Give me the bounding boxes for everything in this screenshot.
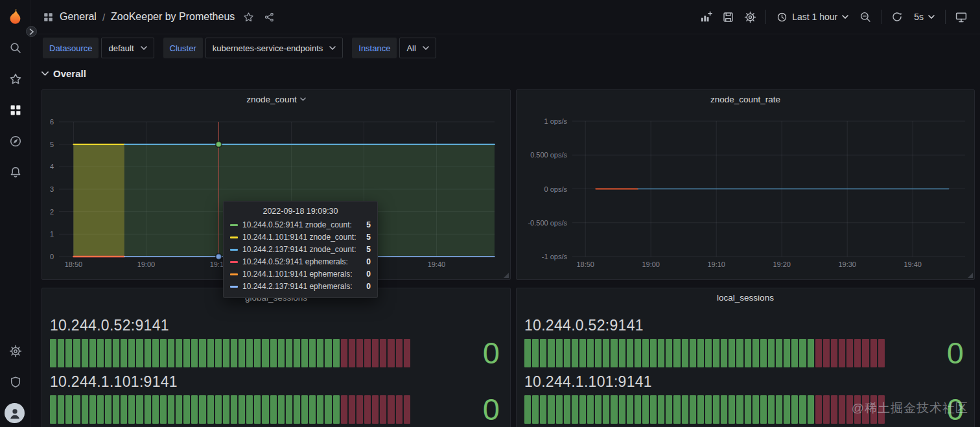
share-dashboard-button[interactable] — [264, 12, 275, 23]
refresh-interval-label: 5s — [914, 12, 924, 22]
gauge-cell — [572, 339, 578, 367]
gauge-cell — [121, 339, 127, 367]
gauge-cell — [73, 395, 80, 424]
add-panel-button[interactable] — [695, 6, 717, 28]
grafana-flame-icon — [6, 8, 24, 26]
dashboard-settings-button[interactable] — [739, 6, 761, 28]
panel-resize-handle[interactable] — [504, 273, 509, 278]
grafana-app: General / ZooKeeper by Prometheus — [0, 0, 980, 427]
gauge-cell — [808, 395, 814, 424]
refresh-button[interactable] — [886, 6, 908, 28]
gauge-cell — [380, 339, 386, 367]
gauge-cell — [380, 395, 386, 424]
gauge-cell — [105, 395, 111, 424]
gauge-cell — [223, 395, 229, 424]
svg-text:18:50: 18:50 — [65, 260, 83, 268]
gauge-cell — [207, 395, 214, 424]
gauge-cell — [199, 339, 205, 367]
save-dashboard-button[interactable] — [717, 6, 739, 28]
cycle-view-mode-button[interactable] — [950, 6, 972, 28]
var-dropdown-cluster[interactable]: kubernetes-service-endpoints — [205, 38, 344, 58]
tooltip-row: 10.244.0.52:9141 ephemerals:0 — [230, 257, 371, 267]
svg-text:4: 4 — [50, 163, 54, 170]
gauge-cell — [839, 339, 845, 367]
svg-text:19:30: 19:30 — [838, 260, 856, 268]
gauge-cell — [349, 395, 355, 424]
gauge-cell — [642, 395, 649, 424]
gauge-cell — [325, 395, 331, 424]
zoom-out-icon — [859, 11, 872, 23]
var-dropdown-datasource[interactable]: default — [101, 38, 154, 58]
gauge-cell — [768, 339, 775, 367]
gauge-cell — [325, 339, 331, 367]
gauge-cell — [524, 339, 531, 367]
gauge-cell — [745, 339, 751, 367]
gauge-cell — [341, 339, 347, 367]
svg-text:0 ops/s: 0 ops/s — [544, 185, 568, 193]
gauge-cell — [650, 339, 657, 367]
refresh-interval-picker[interactable]: 5s — [908, 6, 940, 28]
gauge-cell — [721, 339, 727, 367]
gauge-cell — [587, 395, 594, 424]
zoom-out-time-button[interactable] — [854, 6, 876, 28]
gauge-cell — [690, 339, 696, 367]
gauge-cell — [301, 395, 308, 424]
gauge-cell — [564, 395, 570, 424]
gauge-cell — [579, 339, 586, 367]
configuration-button[interactable] — [8, 344, 23, 358]
panel-title-znode-count[interactable]: znode_count — [42, 90, 510, 108]
led-gauge — [50, 395, 410, 424]
gauge-cell — [404, 395, 410, 424]
panel-resize-handle[interactable] — [968, 273, 973, 278]
gauge-cell — [635, 395, 641, 424]
expand-sidebar-button[interactable] — [26, 26, 37, 37]
divider — [765, 10, 766, 24]
server-admin-button[interactable] — [8, 375, 23, 389]
series-color-swatch — [230, 237, 238, 238]
gauge-cell — [239, 339, 245, 367]
time-range-picker[interactable]: Last 1 hour — [771, 6, 854, 28]
gauge-cell — [791, 339, 798, 367]
dashboards-button[interactable] — [8, 103, 23, 117]
starred-dashboards-button[interactable] — [8, 72, 23, 86]
gauge-cell — [207, 339, 214, 367]
gauge-cell — [82, 339, 88, 367]
var-label-datasource: Datasource — [43, 38, 99, 58]
chart-tooltip: 2022-09-18 19:09:30 10.244.0.52:9141 zno… — [223, 201, 378, 298]
favorite-dashboard-button[interactable] — [243, 12, 254, 23]
search-button[interactable] — [8, 41, 23, 55]
gauge-cell — [183, 395, 190, 424]
gauge-cell — [690, 395, 696, 424]
svg-text:-0.500 ops/s: -0.500 ops/s — [528, 219, 567, 227]
row-overall-toggle[interactable]: Overall — [41, 68, 86, 79]
alerting-button[interactable] — [8, 165, 23, 179]
gauge-cell — [294, 395, 300, 424]
gauge-cell — [168, 395, 174, 424]
gauge-cell — [254, 395, 261, 424]
gauge-cell — [579, 395, 586, 424]
gauge-cell — [713, 395, 719, 424]
gauge-cell — [540, 339, 546, 367]
gauge-cell — [278, 339, 285, 367]
dashboard-title[interactable]: ZooKeeper by Prometheus — [111, 11, 235, 23]
shield-icon — [9, 376, 22, 389]
grafana-logo[interactable] — [6, 8, 24, 26]
explore-button[interactable] — [8, 134, 23, 148]
series-name: 10.244.0.52:9141 ephemerals: — [242, 257, 360, 266]
gauge-cell — [540, 395, 546, 424]
gauge-cell — [246, 395, 253, 424]
user-avatar[interactable] — [5, 403, 25, 423]
znode-count-rate-chart[interactable]: 1 ops/s0.500 ops/s0 ops/s-0.500 ops/s-1 … — [517, 108, 974, 279]
instance-label: 10.244.0.52:9141 — [524, 317, 968, 334]
panel-global-sessions: global_sessions 10.244.0.52:9141 0 10.24… — [41, 288, 511, 427]
search-icon — [9, 41, 22, 54]
gauge-cell — [619, 339, 625, 367]
panel-title-znode-count-rate[interactable]: znode_count_rate — [517, 90, 974, 108]
var-label-instance: Instance — [352, 38, 397, 58]
var-dropdown-instance[interactable]: All — [399, 38, 436, 58]
tooltip-row: 10.244.0.52:9141 znode_count:5 — [230, 220, 371, 230]
breadcrumb-folder[interactable]: General — [60, 11, 97, 23]
panel-title-local-sessions[interactable]: local_sessions — [517, 288, 974, 306]
sidebar — [0, 0, 31, 427]
gauge-cell — [356, 395, 363, 424]
